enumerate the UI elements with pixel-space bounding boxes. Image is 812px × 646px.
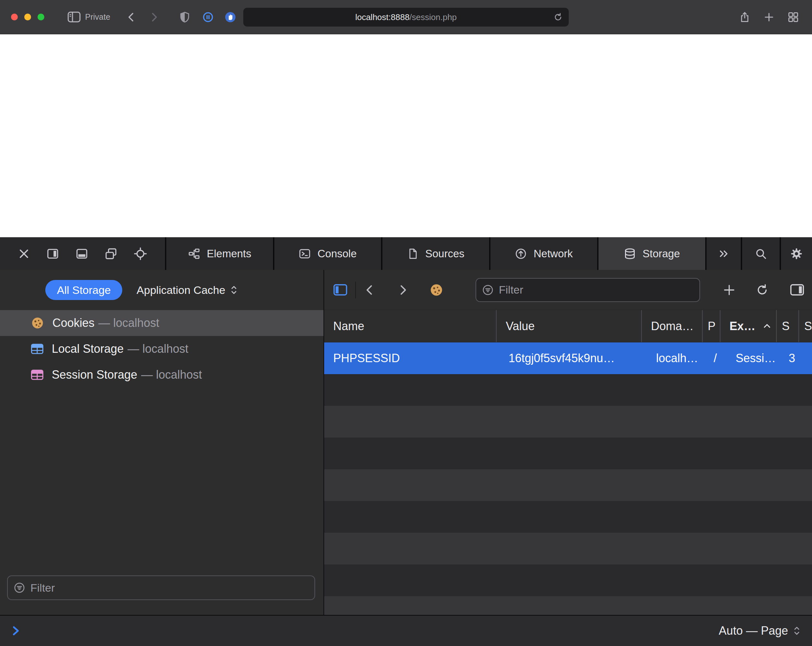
gear-icon [790,247,803,260]
private-browsing-label: Private [85,12,110,22]
sidebar-item-session-storage[interactable]: Session Storage— localhost [0,362,324,388]
tab-console[interactable]: Console [274,237,381,270]
sidebar-item-local-storage[interactable]: Local Storage— localhost [0,336,324,362]
refresh-icon[interactable] [756,283,769,297]
cell-domain: localh… [647,352,708,365]
tab-overview-icon[interactable] [788,11,799,23]
cookies-filter-input[interactable] [499,283,694,296]
sidebar-item-cookies[interactable]: Cookies— localhost [0,310,324,336]
url-host: localhost:8888 [355,12,409,22]
inspector-tabbar: Elements Console Sources [0,237,812,270]
hand-extension-icon[interactable] [224,11,237,23]
inspector-statusbar: Auto — Page [0,615,812,646]
undock-window-icon[interactable] [104,247,118,260]
chevron-up-down-icon [793,626,800,636]
cookies-panel: Name Value Doma… P Ex… S S PHPSESSID 16t… [324,270,812,615]
item-label: Local Storage— localhost [52,342,188,356]
filter-icon [14,582,25,594]
column-label: Ex… [730,320,756,333]
cell-size: 3 [783,352,806,365]
details-sidebar-toggle-icon[interactable] [333,284,348,296]
console-icon [299,248,311,260]
url-path: /session.php [409,12,457,22]
column-header-value[interactable]: Value [497,310,642,342]
back-button[interactable] [126,12,137,23]
chevrons-double-icon [717,247,730,260]
cookies-table-header: Name Value Doma… P Ex… S S [324,310,812,343]
history-forward-icon[interactable] [397,284,409,296]
empty-rows-area [324,374,812,615]
storage-sidebar: All Storage Application Cache [0,270,324,615]
cookies-toolbar [324,270,812,310]
cell-value: 16tgj0f5svf45k9nu… [499,352,647,365]
new-tab-icon[interactable] [763,12,774,23]
tab-sources[interactable]: Sources [382,237,489,270]
sidebar-filter-field[interactable] [7,576,315,600]
filter-icon [482,284,494,296]
url-field[interactable]: localhost:8888/session.php [243,8,569,26]
traffic-lights [11,14,44,20]
history-back-icon[interactable] [363,284,376,296]
storage-scope-label: Application Cache [136,284,225,297]
close-inspector-icon[interactable] [18,248,30,260]
column-header-secure[interactable]: S [799,310,812,342]
cell-name: PHPSESSID [324,352,499,365]
cell-path: / [708,352,727,365]
dock-bottom-icon[interactable] [75,247,88,260]
execution-context-label: Auto — Page [719,624,788,638]
column-header-expires[interactable]: Ex… [720,310,777,342]
quick-console-prompt-icon[interactable] [12,626,20,636]
content-blocker-extension-icon[interactable] [202,11,214,23]
web-page-content [0,34,812,237]
share-icon[interactable] [739,11,751,23]
cookie-icon [430,283,443,297]
item-label: Cookies— localhost [52,316,159,330]
cell-expires: Sessi… [727,352,783,365]
right-panel-toggle-icon[interactable] [790,284,804,296]
table-blue-icon [31,344,43,354]
search-icon [755,248,767,260]
zoom-window-button[interactable] [38,14,44,20]
column-header-name[interactable]: Name [324,310,497,342]
tab-label: Network [533,248,572,260]
reload-icon[interactable] [553,12,563,22]
tab-label: Elements [207,248,251,260]
shield-icon[interactable] [179,11,191,23]
execution-context-selector[interactable]: Auto — Page [719,624,800,638]
sort-ascending-icon [763,324,771,329]
table-pink-icon [31,370,43,380]
sidebar-filter-input[interactable] [31,582,308,594]
safari-window: Private [0,0,812,646]
browser-titlebar: Private [0,0,812,34]
column-header-path[interactable]: P [703,310,720,342]
search-button[interactable] [742,237,780,270]
network-icon [515,248,527,260]
cookies-filter-field[interactable] [476,278,700,302]
more-tabs-button[interactable] [707,237,741,270]
sidebar-toggle-icon[interactable] [68,12,81,22]
element-picker-icon[interactable] [134,247,147,260]
tab-label: Sources [425,248,464,260]
divider [355,282,356,299]
tab-elements[interactable]: Elements [166,237,273,270]
sidebar-nav: All Storage Application Cache [0,270,324,310]
elements-icon [188,248,200,260]
all-storage-button[interactable]: All Storage [45,280,122,300]
inspector-main: All Storage Application Cache [0,270,812,615]
dock-side-icon[interactable] [46,247,59,260]
tab-label: Storage [643,248,680,260]
storage-scope-selector[interactable]: Application Cache [136,284,237,297]
tab-storage[interactable]: Storage [598,237,705,270]
column-header-size[interactable]: S [777,310,799,342]
tab-label: Console [317,248,357,260]
settings-button[interactable] [781,237,812,270]
storage-database-icon [624,248,636,260]
minimize-window-button[interactable] [24,14,31,20]
close-window-button[interactable] [11,14,18,20]
cookie-row-phpsessid[interactable]: PHPSESSID 16tgj0f5svf45k9nu… localh… / S… [324,343,812,374]
column-header-domain[interactable]: Doma… [642,310,702,342]
item-label: Session Storage— localhost [52,368,202,381]
add-cookie-icon[interactable] [723,283,736,297]
tab-network[interactable]: Network [490,237,597,270]
forward-button[interactable] [148,12,159,23]
